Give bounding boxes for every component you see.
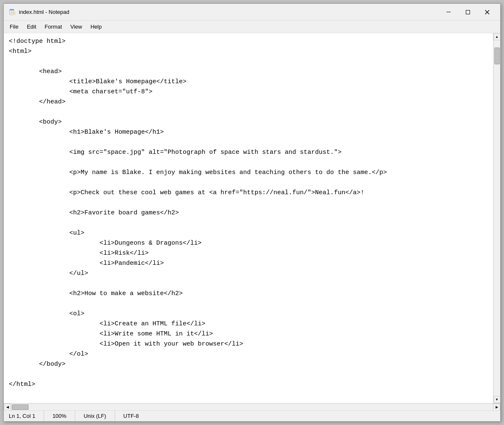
editor-container: [4, 33, 493, 403]
svg-rect-9: [466, 10, 470, 14]
window-title: index.html - Notepad: [19, 9, 69, 15]
scroll-thumb-h[interactable]: [12, 404, 29, 410]
horizontal-scrollbar[interactable]: ◀ ▶: [4, 403, 500, 410]
menu-view[interactable]: View: [66, 22, 87, 32]
close-button[interactable]: [478, 6, 497, 18]
scroll-down-arrow[interactable]: ▼: [494, 396, 501, 403]
notepad-window: index.html - Notepad File Edit Format Vi…: [3, 3, 501, 422]
minimize-button[interactable]: [439, 6, 458, 18]
zoom-level: 100%: [44, 411, 75, 421]
encoding: UTF-8: [115, 411, 147, 421]
scroll-left-arrow[interactable]: ◀: [4, 404, 11, 411]
window-controls: [439, 6, 497, 18]
svg-rect-5: [13, 12, 15, 15]
scroll-thumb-v[interactable]: [494, 48, 500, 64]
notepad-icon: [9, 9, 16, 16]
menu-edit[interactable]: Edit: [23, 22, 40, 32]
svg-rect-1: [10, 9, 14, 11]
menu-bar: File Edit Format View Help: [4, 21, 500, 33]
menu-file[interactable]: File: [5, 22, 23, 32]
editor-area: ▲ ▼: [4, 33, 500, 403]
text-editor[interactable]: [4, 33, 493, 403]
scroll-right-arrow[interactable]: ▶: [493, 404, 500, 411]
line-ending: Unix (LF): [75, 411, 115, 421]
vertical-scrollbar[interactable]: ▲ ▼: [493, 33, 500, 403]
svg-rect-8: [446, 12, 451, 12]
title-bar-left: index.html - Notepad: [9, 9, 69, 16]
scroll-up-arrow[interactable]: ▲: [494, 33, 501, 40]
cursor-position: Ln 1, Col 1: [9, 411, 44, 421]
status-bar: Ln 1, Col 1 100% Unix (LF) UTF-8: [4, 410, 500, 421]
menu-format[interactable]: Format: [40, 22, 66, 32]
title-bar: index.html - Notepad: [4, 4, 500, 21]
maximize-button[interactable]: [458, 6, 478, 18]
menu-help[interactable]: Help: [86, 22, 106, 32]
